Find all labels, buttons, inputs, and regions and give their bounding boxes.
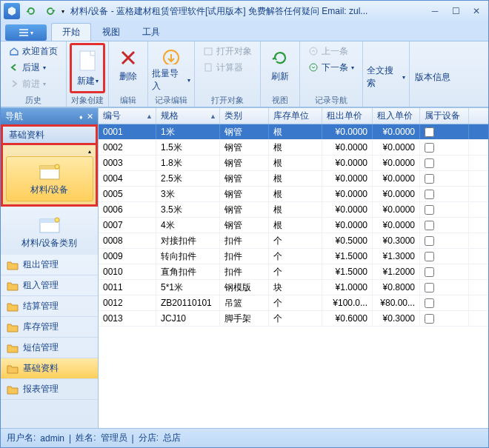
folder-icon <box>7 281 19 291</box>
table-row[interactable]: 0013JCJ10脚手架个¥0.6000¥0.3000 <box>99 311 488 327</box>
qat-dropdown-icon[interactable]: ▾ <box>61 8 64 15</box>
new-button[interactable]: 新建▾ <box>70 43 105 93</box>
refresh-icon[interactable] <box>23 3 39 19</box>
app-menu-button[interactable] <box>4 3 20 19</box>
folder-icon <box>7 384 19 395</box>
col-out[interactable]: 租出单价 <box>322 108 373 124</box>
refresh-button[interactable]: 刷新 <box>264 43 296 93</box>
sidebar-close-icon[interactable]: ✕ <box>87 112 93 121</box>
table-row[interactable]: 0012ZB20110101吊篮个¥100.0...¥80.00... <box>99 295 488 311</box>
nav-item-1[interactable]: 租入管理 <box>1 275 98 296</box>
group-record-nav: 上一条 下一条▾ 记录导航 <box>300 41 363 107</box>
home-button[interactable]: 欢迎首页 <box>4 43 63 59</box>
nav-item-6[interactable]: 报表管理 <box>1 379 98 400</box>
tab-start[interactable]: 开始 <box>51 23 91 41</box>
table-row[interactable]: 00011米钢管根¥0.0000¥0.0000 <box>99 124 488 140</box>
group-open-label: 打开对象 <box>198 95 257 107</box>
forward-label: 前进 <box>22 78 40 90</box>
col-dev[interactable]: 属于设备 <box>420 108 469 124</box>
data-grid: 编号▲ 规格▲ 类别 库存单位 租出单价 租入单价 属于设备 00011米钢管根… <box>99 108 488 428</box>
open-icon <box>203 46 213 56</box>
home-icon <box>9 46 19 56</box>
pin-icon[interactable]: ⬧ <box>79 112 84 121</box>
next-record-button[interactable]: 下一条▾ <box>303 59 359 76</box>
table-row[interactable]: 0009转向扣件扣件个¥1.5000¥1.3000 <box>99 249 488 264</box>
device-checkbox[interactable] <box>425 267 434 277</box>
grid-body[interactable]: 00011米钢管根¥0.0000¥0.000000021.5米钢管根¥0.000… <box>99 124 488 428</box>
calc-icon <box>203 62 213 73</box>
full-text-search-button[interactable]: 全文搜索▾ <box>366 43 406 93</box>
col-in[interactable]: 租入单价 <box>373 108 420 124</box>
table-row[interactable]: 00115*1米钢模版块¥1.0000¥0.8000 <box>99 280 488 295</box>
sidebar: 导航 ⬧ ✕ 基础资料 ▴ 材料/设备 材料/设备类别 租出管理租入管理结算管理… <box>1 108 99 428</box>
group-create-label: 对象创建 <box>70 95 105 107</box>
title-bar: ▾ 材料/设备 - 蓝格建材租赁管理软件[试用版本] 免费解答任何疑问 Emai… <box>1 1 488 21</box>
col-unit[interactable]: 库存单位 <box>269 108 322 124</box>
home-label: 欢迎首页 <box>22 45 58 58</box>
batch-import-button[interactable]: 批量导入▾ <box>151 43 191 93</box>
forward-button[interactable]: 前进▾ <box>4 76 63 92</box>
col-spec[interactable]: 规格▲ <box>156 108 220 124</box>
grid-header: 编号▲ 规格▲ 类别 库存单位 租出单价 租入单价 属于设备 <box>99 108 488 124</box>
version-info-button[interactable]: 版本信息 <box>413 43 453 93</box>
delete-button[interactable]: 删除 <box>112 43 144 93</box>
table-row[interactable]: 00031.8米钢管根¥0.0000¥0.0000 <box>99 156 488 171</box>
device-checkbox[interactable] <box>425 314 434 324</box>
sidebar-item-material[interactable]: 材料/设备 <box>6 156 93 201</box>
sidebar-item-material-category[interactable]: 材料/设备类别 <box>6 210 93 255</box>
device-checkbox[interactable] <box>425 252 434 261</box>
tab-view[interactable]: 视图 <box>91 23 131 41</box>
device-checkbox[interactable] <box>425 205 434 215</box>
device-checkbox[interactable] <box>425 298 434 308</box>
folder-icon <box>7 260 19 270</box>
table-row[interactable]: 00053米钢管根¥0.0000¥0.0000 <box>99 187 488 202</box>
col-id[interactable]: 编号▲ <box>99 108 156 124</box>
file-menu-button[interactable]: ▾ <box>5 24 47 41</box>
group-view: 刷新 视图 <box>261 41 300 107</box>
device-checkbox[interactable] <box>425 127 434 137</box>
chevron-up-icon[interactable]: ▴ <box>88 148 96 155</box>
table-row[interactable]: 00074米钢管根¥0.0000¥0.0000 <box>99 218 488 233</box>
device-checkbox[interactable] <box>425 190 434 199</box>
minimize-button[interactable]: ─ <box>426 4 444 18</box>
table-row[interactable]: 00021.5米钢管根¥0.0000¥0.0000 <box>99 140 488 156</box>
nav-item-2[interactable]: 结算管理 <box>1 296 98 317</box>
device-checkbox[interactable] <box>425 221 434 230</box>
calculator-button[interactable]: 计算器 <box>198 59 257 76</box>
device-checkbox[interactable] <box>425 158 434 168</box>
prev-record-button[interactable]: 上一条 <box>303 43 359 59</box>
nav-item-0[interactable]: 租出管理 <box>1 255 98 275</box>
back-button[interactable]: 后退▾ <box>4 59 63 76</box>
table-row[interactable]: 00042.5米钢管根¥0.0000¥0.0000 <box>99 171 488 187</box>
device-checkbox[interactable] <box>425 174 434 184</box>
group-create: 新建▾ 对象创建 <box>67 41 109 107</box>
maximize-button[interactable]: ☐ <box>447 4 465 18</box>
nav-item-3[interactable]: 库存管理 <box>1 317 98 338</box>
group-history: 欢迎首页 后退▾ 前进▾ 历史 <box>1 41 67 107</box>
open-label: 打开对象 <box>216 45 252 58</box>
refresh-alt-icon[interactable] <box>42 3 59 19</box>
nav-item-4[interactable]: 短信管理 <box>1 338 98 358</box>
open-object-button[interactable]: 打开对象 <box>198 43 257 59</box>
close-button[interactable]: ✕ <box>468 4 485 18</box>
ribbon: 欢迎首页 后退▾ 前进▾ 历史 新建▾ 对象创建 <box>1 41 488 107</box>
device-checkbox[interactable] <box>425 236 434 246</box>
device-checkbox[interactable] <box>425 283 434 292</box>
col-cat[interactable]: 类别 <box>220 108 269 124</box>
search-label: 全文搜索 <box>367 64 402 90</box>
refresh-big-icon <box>270 48 290 67</box>
panel-body-basic: ▴ 材料/设备 <box>1 145 98 207</box>
group-version-label <box>413 95 453 107</box>
table-row[interactable]: 0008对接扣件扣件个¥0.5000¥0.3000 <box>99 233 488 249</box>
svg-rect-0 <box>80 51 95 70</box>
table-row[interactable]: 00063.5米钢管根¥0.0000¥0.0000 <box>99 202 488 218</box>
sidebar-title-text: 导航 <box>5 110 23 123</box>
device-checkbox[interactable] <box>425 143 434 153</box>
sidebar-title: 导航 ⬧ ✕ <box>1 108 98 124</box>
svg-rect-3 <box>205 64 211 71</box>
panel-header-basic[interactable]: 基础资料 <box>1 124 98 145</box>
table-row[interactable]: 0010直角扣件扣件个¥1.5000¥1.2000 <box>99 264 488 280</box>
panel-header-label: 基础资料 <box>9 129 44 141</box>
nav-item-5[interactable]: 基础资料 <box>1 358 98 379</box>
tab-tools[interactable]: 工具 <box>131 23 171 41</box>
